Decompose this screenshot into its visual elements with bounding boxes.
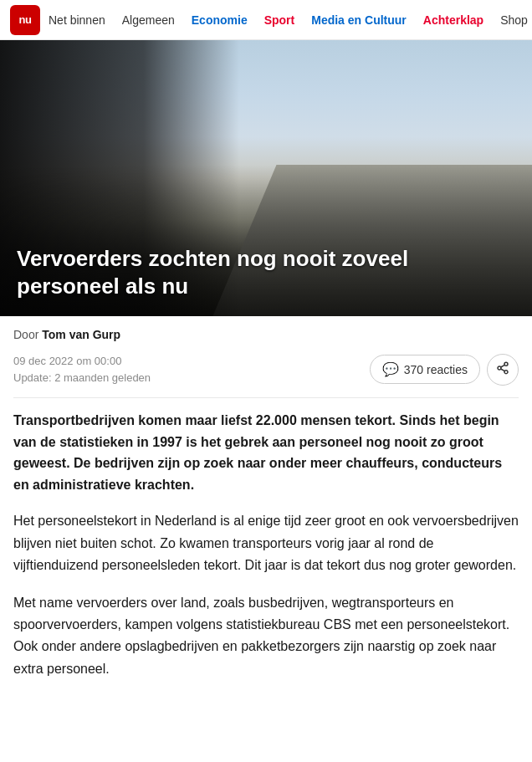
nav-item-economie[interactable]: Economie bbox=[183, 0, 256, 40]
update-date: Update: 2 maanden geleden bbox=[13, 370, 151, 386]
author-prefix: Door bbox=[13, 328, 38, 341]
article-paragraph-2: Met name vervoerders over land, zoals bu… bbox=[13, 592, 519, 681]
nav-item-sport[interactable]: Sport bbox=[256, 0, 304, 40]
nav-item-achterklap[interactable]: Achterklap bbox=[415, 0, 492, 40]
site-logo[interactable]: nu bbox=[10, 5, 40, 35]
reactions-count: 370 reacties bbox=[404, 363, 468, 376]
hero-text-container: Vervoerders zochten nog nooit zoveel per… bbox=[17, 245, 515, 299]
author-line: Door Tom van Gurp bbox=[13, 316, 519, 348]
nav-menu: Net binnen Algemeen Economie Sport Media… bbox=[40, 0, 532, 40]
reactions-button[interactable]: 💬 370 reacties bbox=[370, 355, 480, 384]
article-dates: 09 dec 2022 om 00:00 Update: 2 maanden g… bbox=[13, 353, 151, 386]
nav-item-shop[interactable]: Shop bbox=[492, 0, 532, 40]
share-button[interactable] bbox=[487, 354, 519, 386]
nav-item-media-en-cultuur[interactable]: Media en Cultuur bbox=[303, 0, 415, 40]
svg-line-4 bbox=[501, 365, 505, 367]
article-paragraph-1: Het personeelstekort in Nederland is al … bbox=[13, 510, 519, 576]
main-nav: nu Net binnen Algemeen Economie Sport Me… bbox=[0, 0, 532, 40]
meta-actions: 💬 370 reacties bbox=[370, 354, 519, 386]
hero-title: Vervoerders zochten nog nooit zoveel per… bbox=[17, 245, 515, 299]
svg-line-3 bbox=[501, 369, 505, 371]
nav-item-net-binnen[interactable]: Net binnen bbox=[40, 0, 114, 40]
nav-item-algemeen[interactable]: Algemeen bbox=[114, 0, 183, 40]
publish-date: 09 dec 2022 om 00:00 bbox=[13, 353, 151, 370]
hero-image: Vervoerders zochten nog nooit zoveel per… bbox=[0, 40, 532, 316]
author-name[interactable]: Tom van Gurp bbox=[42, 328, 120, 341]
chat-icon: 💬 bbox=[382, 361, 399, 377]
meta-row: 09 dec 2022 om 00:00 Update: 2 maanden g… bbox=[13, 348, 519, 398]
share-icon bbox=[496, 361, 509, 377]
article-body: Door Tom van Gurp 09 dec 2022 om 00:00 U… bbox=[0, 316, 532, 680]
article-intro: Transportbedrijven komen maar liefst 22.… bbox=[13, 410, 519, 495]
